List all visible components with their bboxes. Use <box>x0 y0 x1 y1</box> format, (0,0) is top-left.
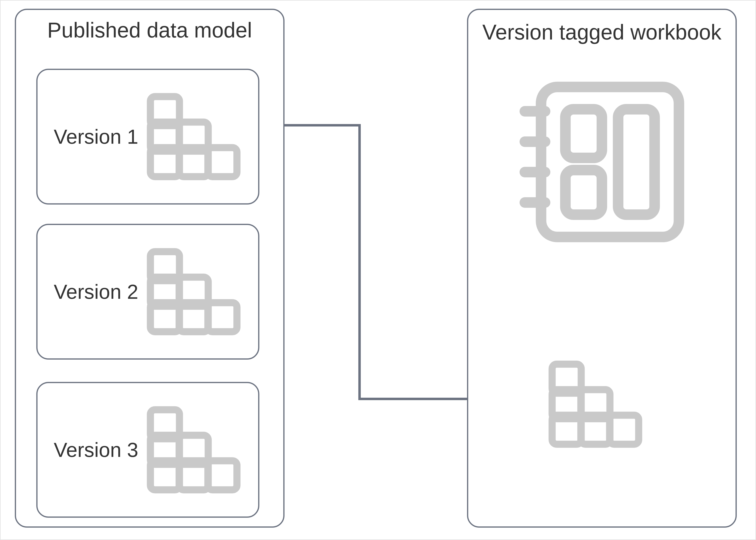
version-label: Version 2 <box>54 280 138 304</box>
svg-rect-23 <box>565 109 602 158</box>
version-card-2: Version 2 <box>36 224 259 359</box>
version-tagged-workbook-panel: Version tagged workbook <box>467 9 737 528</box>
stair-blocks-icon <box>147 93 244 180</box>
version-card-1: Version 1 <box>36 69 259 204</box>
diagram-canvas: Published data model Version 1 Version 2 <box>0 0 756 540</box>
svg-rect-31 <box>610 415 639 444</box>
version-label: Version 1 <box>54 125 138 148</box>
published-data-model-panel: Published data model Version 1 Version 2 <box>15 9 284 528</box>
version-card-3: Version 3 <box>36 382 259 518</box>
stair-blocks-icon <box>147 248 244 335</box>
svg-rect-24 <box>565 170 602 215</box>
stair-blocks-icon <box>147 406 244 493</box>
version-label: Version 3 <box>54 438 138 462</box>
svg-rect-25 <box>618 109 655 215</box>
panel-title-right: Version tagged workbook <box>468 20 735 45</box>
panel-title-left: Published data model <box>16 18 283 42</box>
svg-rect-11 <box>208 303 237 332</box>
svg-rect-5 <box>208 148 237 177</box>
stair-blocks-icon <box>548 360 646 448</box>
notebook-icon <box>517 79 687 245</box>
svg-rect-17 <box>208 461 237 490</box>
